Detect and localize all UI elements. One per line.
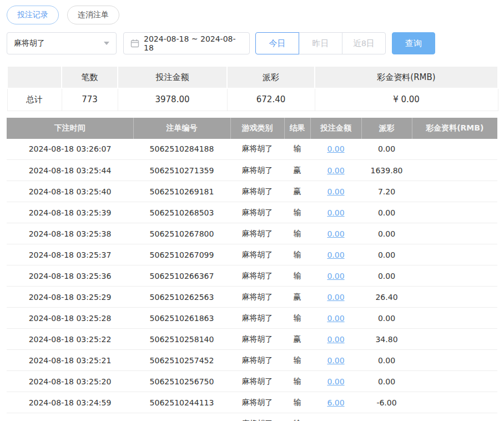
bet-amount-link[interactable]: 0.00 — [327, 208, 344, 217]
bet-amount-link[interactable]: 6.00 — [327, 398, 344, 407]
game-type-cell: 麻将胡了 — [230, 202, 284, 223]
order-id-cell: 5062510268503 — [133, 202, 230, 223]
records-col-header: 注单编号 — [133, 118, 230, 139]
bet-time-cell: 2024-08-18 03:25:40 — [7, 181, 133, 202]
quick-filter-last-8-days[interactable]: 近8日 — [342, 32, 386, 54]
payout-cell: 0.00 — [361, 308, 412, 329]
date-range-value: 2024-08-18 ~ 2024-08-18 — [144, 34, 243, 52]
bet-time-cell: 2024-08-18 03:26:07 — [7, 139, 133, 160]
payout-cell: -6.00 — [361, 413, 412, 421]
bet-amount-link[interactable]: 0.00 — [327, 356, 344, 365]
bonus-cell — [412, 371, 497, 392]
game-type-cell: 麻将胡了 — [230, 392, 284, 413]
game-type-cell: 麻将胡了 — [230, 350, 284, 371]
quick-filter-today[interactable]: 今日 — [255, 32, 299, 54]
bet-amount-cell: 0.00 — [310, 181, 361, 202]
filter-bar: 麻将胡了 2024-08-18 ~ 2024-08-18 今日 昨日 近8日 查… — [7, 32, 497, 54]
bet-amount-cell: 0.00 — [310, 223, 361, 244]
table-row: 2024-08-18 03:25:405062510269181麻将胡了赢0.0… — [7, 181, 497, 202]
bonus-cell — [412, 265, 497, 287]
payout-cell: -6.00 — [361, 392, 412, 413]
order-id-cell: 5062510261863 — [133, 308, 230, 329]
bet-amount-cell: 0.00 — [310, 202, 361, 223]
order-id-cell: 5062510271359 — [133, 160, 230, 181]
bet-time-cell: 2024-08-18 03:25:37 — [7, 244, 133, 265]
order-id-cell: 5062510267800 — [133, 223, 230, 244]
bonus-cell — [412, 181, 497, 202]
result-cell: 输 — [284, 371, 310, 392]
summary-header-count: 笔数 — [62, 66, 118, 88]
game-type-cell: 麻将胡了 — [230, 139, 284, 160]
result-cell: 输 — [284, 139, 310, 160]
game-type-cell: 麻将胡了 — [230, 308, 284, 329]
bonus-cell — [412, 392, 497, 413]
bet-time-cell: 2024-08-18 03:25:28 — [7, 308, 133, 329]
search-button[interactable]: 查询 — [392, 32, 435, 54]
bet-amount-link[interactable]: 0.00 — [327, 166, 344, 175]
order-id-cell: 5062510269181 — [133, 181, 230, 202]
result-cell: 赢 — [284, 329, 310, 350]
result-cell: 赢 — [284, 181, 310, 202]
result-cell: 输 — [284, 202, 310, 223]
payout-cell: 0.00 — [361, 265, 412, 287]
payout-cell: 7.20 — [361, 181, 412, 202]
bet-amount-link[interactable]: 0.00 — [327, 293, 344, 302]
payout-cell: 0.00 — [361, 350, 412, 371]
chevron-down-icon — [104, 42, 109, 45]
order-id-cell: 5062510256750 — [133, 371, 230, 392]
bet-time-cell: 2024-08-18 03:24:59 — [7, 392, 133, 413]
bet-amount-link[interactable]: 6.00 — [327, 419, 344, 421]
date-range-input[interactable]: 2024-08-18 ~ 2024-08-18 — [123, 32, 250, 54]
tab-betting-records[interactable]: 投注记录 — [7, 6, 59, 24]
order-id-cell: 5062510266367 — [133, 265, 230, 287]
bet-amount-link[interactable]: 0.00 — [327, 187, 344, 196]
game-type-cell: 麻将胡了 — [230, 223, 284, 244]
game-type-cell: 麻将胡了 — [230, 329, 284, 350]
records-body: 2024-08-18 03:26:075062510284188麻将胡了输0.0… — [7, 139, 497, 421]
bet-amount-link[interactable]: 0.00 — [327, 229, 344, 238]
order-id-cell: 5062510257452 — [133, 350, 230, 371]
bet-amount-link[interactable]: 0.00 — [327, 335, 344, 344]
bonus-cell — [412, 223, 497, 244]
table-row: 2024-08-18 03:25:395062510268503麻将胡了输0.0… — [7, 202, 497, 223]
summary-header-bonus: 彩金资料(RMB) — [315, 66, 498, 88]
payout-cell: 0.00 — [361, 202, 412, 223]
quick-filter-yesterday[interactable]: 昨日 — [299, 32, 342, 54]
payout-cell: 0.00 — [361, 244, 412, 265]
summary-header-row: 笔数 投注金额 派彩 彩金资料(RMB) — [7, 66, 498, 88]
bet-amount-cell: 0.00 — [310, 265, 361, 287]
records-col-header: 彩金资料(RMB) — [412, 118, 497, 139]
summary-total-row: 总计 773 3978.00 672.40 ¥ 0.00 — [7, 88, 498, 111]
table-row: 2024-08-18 03:25:375062510267099麻将胡了输0.0… — [7, 244, 497, 265]
bet-amount-link[interactable]: 0.00 — [327, 144, 344, 153]
table-row: 2024-08-18 03:25:365062510266367麻将胡了输0.0… — [7, 265, 497, 287]
summary-total-payout: 672.40 — [227, 88, 315, 111]
table-row: 2024-08-18 03:25:385062510267800麻将胡了输0.0… — [7, 223, 497, 244]
table-row: 2024-08-18 03:24:595062510244113麻将胡了输6.0… — [7, 392, 497, 413]
result-cell: 输 — [284, 308, 310, 329]
bet-amount-link[interactable]: 0.00 — [327, 250, 344, 259]
bet-amount-link[interactable]: 0.00 — [327, 377, 344, 386]
bet-amount-link[interactable]: 0.00 — [327, 272, 344, 280]
game-select-value: 麻将胡了 — [14, 38, 45, 48]
table-row: 2024-08-18 03:26:075062510284188麻将胡了输0.0… — [7, 139, 497, 160]
bet-amount-link[interactable]: 0.00 — [327, 314, 344, 323]
table-row: 2024-08-18 03:25:285062510261863麻将胡了输0.0… — [7, 308, 497, 329]
game-type-cell: 麻将胡了 — [230, 265, 284, 287]
bet-amount-cell: 0.00 — [310, 329, 361, 350]
tab-cancelled-orders[interactable]: 连消注单 — [67, 6, 119, 24]
bet-time-cell: 2024-08-18 03:25:44 — [7, 160, 133, 181]
payout-cell: 0.00 — [361, 371, 412, 392]
order-id-cell: 5062510262563 — [133, 287, 230, 308]
records-col-header: 投注金额 — [310, 118, 361, 139]
bonus-cell — [412, 350, 497, 371]
game-type-cell: 麻将胡了 — [230, 287, 284, 308]
result-cell: 输 — [284, 413, 310, 421]
records-col-header: 结果 — [284, 118, 310, 139]
summary-table: 笔数 投注金额 派彩 彩金资料(RMB) 总计 773 3978.00 672.… — [7, 66, 498, 111]
summary-total-label: 总计 — [7, 88, 62, 111]
game-type-cell: 麻将胡了 — [230, 181, 284, 202]
bet-time-cell: 2024-08-18 03:25:36 — [7, 265, 133, 287]
table-row: 2024-08-18 03:25:215062510257452麻将胡了输0.0… — [7, 350, 497, 371]
game-select[interactable]: 麻将胡了 — [7, 32, 117, 54]
